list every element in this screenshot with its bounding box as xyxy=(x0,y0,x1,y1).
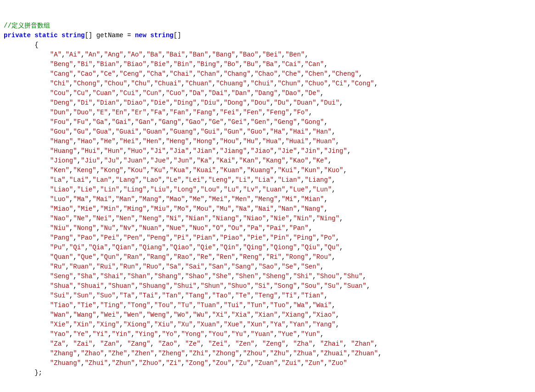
string-literal: "Ta" xyxy=(119,292,135,299)
string-literal: "Wan" xyxy=(50,311,69,319)
comma: , xyxy=(77,147,81,155)
string-literal: "Lia" xyxy=(254,176,274,184)
comma: , xyxy=(316,350,320,357)
string-literal: "Bing" xyxy=(197,61,220,68)
comma: , xyxy=(143,253,146,261)
comma: , xyxy=(77,157,81,164)
string-literal: "Ken" xyxy=(50,167,69,174)
string-literal: "Zang" xyxy=(127,340,150,347)
comma: , xyxy=(220,302,224,309)
comma: , xyxy=(174,321,177,328)
comma: , xyxy=(309,224,312,232)
string-literal: "Wang" xyxy=(73,311,96,319)
comma: , xyxy=(239,186,243,193)
comma: , xyxy=(285,321,289,328)
string-literal: "De" xyxy=(304,90,320,97)
string-literal: "E" xyxy=(96,109,108,116)
comma: , xyxy=(216,147,220,155)
comma: , xyxy=(274,147,277,155)
comma: , xyxy=(266,128,270,135)
string-literal: "Zhong" xyxy=(212,350,239,357)
string-literal: "Lai" xyxy=(69,176,89,184)
comma: , xyxy=(324,196,327,203)
comma: , xyxy=(143,51,146,58)
identifier-getname: getName xyxy=(96,32,124,39)
comma: , xyxy=(193,321,197,328)
string-literal: "Mi" xyxy=(282,196,297,203)
string-literal: "Ting" xyxy=(100,302,123,309)
comma: , xyxy=(251,90,254,97)
string-literal: "Si" xyxy=(254,282,270,290)
string-literal: "Qie" xyxy=(197,244,216,251)
comma: , xyxy=(65,176,69,184)
string-literal: "Tai" xyxy=(139,292,158,299)
comma: , xyxy=(135,292,139,299)
string-literal: "Nue" xyxy=(166,224,185,232)
comma: , xyxy=(259,273,262,280)
comma: , xyxy=(69,292,73,299)
string-literal: "Hou" xyxy=(220,138,239,145)
comma: , xyxy=(139,128,142,135)
string-literal: "An" xyxy=(84,51,100,58)
comma: , xyxy=(297,205,301,213)
comma: , xyxy=(289,215,293,222)
string-literal: "Yong" xyxy=(181,330,204,338)
comma: , xyxy=(197,99,200,106)
comma: , xyxy=(328,157,332,164)
string-literal: "Shai" xyxy=(100,273,123,280)
string-literal: "Pie" xyxy=(247,234,266,241)
string-literal: "Chang" xyxy=(224,70,251,78)
string-literal: "Mai" xyxy=(92,196,112,203)
string-literal: "Ma" xyxy=(73,196,89,203)
comma: , xyxy=(251,196,254,203)
string-literal: "Niu" xyxy=(50,224,69,232)
string-literal: "Chuai" xyxy=(154,80,181,87)
comma: , xyxy=(189,311,192,319)
string-literal: "Hen" xyxy=(143,138,162,145)
string-literal: "Duan" xyxy=(293,99,316,106)
string-literal: "Zhuo" xyxy=(139,359,162,367)
comma: , xyxy=(169,205,173,213)
comma: , xyxy=(112,215,115,222)
comma: , xyxy=(193,61,197,68)
string-literal: "Rao" xyxy=(174,253,193,261)
comma: , xyxy=(112,128,115,135)
string-literal: "Pu" xyxy=(50,244,66,251)
string-literal: "Zui" xyxy=(282,359,301,367)
comma: , xyxy=(131,118,135,126)
string-literal: "Za" xyxy=(50,340,66,347)
string-literal: "Hai" xyxy=(289,128,309,135)
string-literal: "Dao" xyxy=(282,90,301,97)
string-literal: "Wu" xyxy=(193,311,208,319)
string-literal: "Lue" xyxy=(289,186,309,193)
comma: , xyxy=(112,176,115,184)
comma: , xyxy=(324,118,327,126)
comma: , xyxy=(139,263,142,270)
comma: , xyxy=(181,215,185,222)
comma: , xyxy=(259,61,262,68)
string-literal: "Zhen" xyxy=(131,350,154,357)
string-literal: "Ao" xyxy=(127,51,143,58)
string-literal: "Cuan" xyxy=(92,90,115,97)
string-literal: "Leng" xyxy=(208,176,231,184)
string-literal: "Su" xyxy=(324,282,339,290)
string-literal: "Tun" xyxy=(247,302,266,309)
comma: , xyxy=(73,205,77,213)
string-literal: "Mu" xyxy=(216,205,231,213)
comma: , xyxy=(162,196,166,203)
comma: , xyxy=(69,167,73,174)
string-literal: "Xun" xyxy=(247,321,266,328)
comma: , xyxy=(336,138,339,145)
brackets: [] xyxy=(84,32,92,39)
comma: , xyxy=(251,205,254,213)
comma: , xyxy=(366,282,370,290)
comma: , xyxy=(77,350,81,357)
comma: , xyxy=(278,359,282,367)
comma: , xyxy=(289,302,293,309)
code-comment: //定义拼音数组 xyxy=(4,22,50,29)
keyword-new: new xyxy=(135,32,146,39)
comma: , xyxy=(309,128,312,135)
string-literal: "Ruan" xyxy=(69,263,92,270)
comma: , xyxy=(266,302,270,309)
string-literal: "Yi" xyxy=(92,330,108,338)
